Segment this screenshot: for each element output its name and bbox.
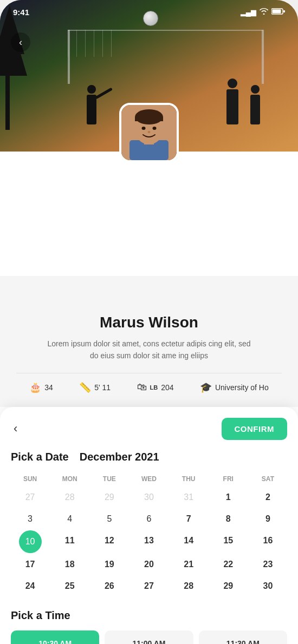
- cal-day-8[interactable]: 8: [209, 509, 248, 529]
- cal-day-7[interactable]: 7: [170, 509, 208, 529]
- calendar-section: Pick a Date December 2021 SUN MON TUE WE…: [11, 451, 287, 596]
- pick-date-label: Pick a Date: [11, 451, 69, 463]
- cal-day-9[interactable]: 9: [249, 509, 287, 529]
- cal-day-16[interactable]: 16: [249, 530, 287, 553]
- stat-age: 🎂 34: [29, 382, 53, 393]
- cal-day-30-prev[interactable]: 30: [129, 487, 168, 508]
- calendar-grid: SUN MON TUE WED THU FRI SAT 27 28 29 30 …: [11, 472, 287, 596]
- cal-day-13[interactable]: 13: [129, 530, 168, 553]
- stat-weight-value: 204: [161, 383, 173, 392]
- avatar-container: [119, 103, 179, 162]
- calendar-top: Pick a Date December 2021: [11, 451, 287, 463]
- weekday-thu: THU: [170, 472, 208, 486]
- weekday-mon: MON: [50, 472, 89, 486]
- time-grid-row1: 10:30 AM 11:00 AM 11:30 AM: [11, 630, 287, 644]
- cal-day-29[interactable]: 29: [209, 576, 248, 596]
- cal-day-30[interactable]: 30: [249, 576, 287, 596]
- weekday-fri: FRI: [209, 472, 248, 486]
- signal-icon: ▂▄▆: [241, 8, 256, 16]
- weekday-wed: WED: [129, 472, 168, 486]
- cal-day-26[interactable]: 26: [90, 576, 128, 596]
- weekday-sat: SAT: [249, 472, 287, 486]
- weekday-tue: TUE: [90, 472, 128, 486]
- booking-header: ‹ CONFIRM: [11, 418, 287, 440]
- cal-day-11[interactable]: 11: [50, 530, 89, 553]
- cal-day-25[interactable]: 25: [50, 576, 89, 596]
- cal-day-6[interactable]: 6: [129, 509, 168, 529]
- stat-university: 🎓 University of Ho: [200, 382, 269, 393]
- cal-day-29-prev[interactable]: 29: [90, 487, 128, 508]
- svg-rect-1: [283, 10, 285, 12]
- time-slot-1030am[interactable]: 10:30 AM: [11, 630, 99, 644]
- player-silhouette-2: [226, 89, 238, 124]
- stat-university-value: University of Ho: [215, 383, 269, 392]
- cal-day-5[interactable]: 5: [90, 509, 128, 529]
- booking-back-button[interactable]: ‹: [11, 419, 20, 438]
- status-bar: 9:41 ▂▄▆: [0, 0, 298, 24]
- cal-day-27-prev[interactable]: 27: [11, 487, 49, 508]
- time-slot-1130am[interactable]: 11:30 AM: [199, 630, 287, 644]
- profile-stats: 🎂 34 📏 5' 11 🛍 LB 204 🎓 University of Ho: [16, 373, 282, 396]
- battery-icon: [271, 8, 285, 16]
- time-section: Pick a Time 10:30 AM 11:00 AM 11:30 AM 1…: [11, 609, 287, 644]
- wifi-icon: [260, 8, 268, 16]
- svg-point-10: [153, 127, 157, 130]
- svg-point-9: [142, 127, 146, 130]
- university-icon: 🎓: [200, 382, 212, 393]
- status-icons: ▂▄▆: [241, 8, 285, 16]
- cal-day-10[interactable]: 10: [19, 530, 42, 553]
- profile-bio: Lorem ipsum dolor sit amet, cons ectetur…: [46, 338, 252, 362]
- age-icon: 🎂: [29, 382, 41, 393]
- cal-day-27[interactable]: 27: [129, 576, 168, 596]
- cal-day-20[interactable]: 20: [129, 554, 168, 575]
- weekday-sun: SUN: [11, 472, 49, 486]
- avatar-image: [121, 105, 177, 160]
- cal-day-21[interactable]: 21: [170, 554, 208, 575]
- cal-day-19[interactable]: 19: [90, 554, 128, 575]
- cal-day-14[interactable]: 14: [170, 530, 208, 553]
- cal-day-28-prev[interactable]: 28: [50, 487, 89, 508]
- cal-day-23[interactable]: 23: [249, 554, 287, 575]
- cal-day-15[interactable]: 15: [209, 530, 248, 553]
- cal-day-31-prev[interactable]: 31: [170, 487, 208, 508]
- confirm-button[interactable]: CONFIRM: [222, 418, 288, 440]
- cal-day-3[interactable]: 3: [11, 509, 49, 529]
- cal-day-22[interactable]: 22: [209, 554, 248, 575]
- cal-day-2[interactable]: 2: [249, 487, 287, 508]
- hero-back-icon: ‹: [19, 37, 22, 48]
- hero-back-button[interactable]: ‹: [11, 32, 30, 52]
- stat-height: 📏 5' 11: [79, 382, 111, 393]
- player-silhouette: [87, 95, 96, 124]
- cal-day-28[interactable]: 28: [170, 576, 208, 596]
- cal-day-18[interactable]: 18: [50, 554, 89, 575]
- cal-day-12[interactable]: 12: [90, 530, 128, 553]
- stat-weight: 🛍 LB 204: [137, 382, 174, 393]
- pick-time-label: Pick a Time: [11, 609, 287, 622]
- player-silhouette-3: [250, 95, 260, 124]
- phone-container: 9:41 ▂▄▆: [0, 0, 298, 644]
- height-icon: 📏: [79, 382, 91, 393]
- stat-height-value: 5' 11: [94, 383, 111, 392]
- svg-rect-8: [135, 117, 163, 121]
- svg-point-11: [148, 131, 151, 133]
- cal-day-24[interactable]: 24: [11, 576, 49, 596]
- profile-name: Marus Wilson: [16, 314, 282, 331]
- cal-day-1[interactable]: 1: [209, 487, 248, 508]
- stat-weight-unit: LB: [150, 384, 158, 391]
- svg-rect-2: [273, 9, 281, 13]
- weight-icon: 🛍: [137, 382, 147, 393]
- avatar: [119, 103, 179, 162]
- status-time: 9:41: [13, 8, 29, 17]
- cal-day-4[interactable]: 4: [50, 509, 89, 529]
- time-slot-1100am[interactable]: 11:00 AM: [105, 630, 193, 644]
- booking-panel: ‹ CONFIRM Pick a Date December 2021 SUN …: [0, 407, 298, 644]
- month-year-label: December 2021: [80, 451, 159, 463]
- cal-day-17[interactable]: 17: [11, 554, 49, 575]
- stat-age-value: 34: [44, 383, 53, 392]
- profile-card: Marus Wilson Lorem ipsum dolor sit amet,…: [0, 276, 298, 407]
